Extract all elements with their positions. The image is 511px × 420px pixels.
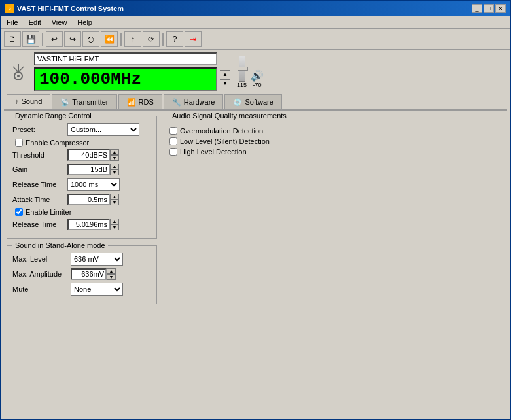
volume-slider-track[interactable] — [239, 56, 245, 82]
max-level-select[interactable]: 636 mV 318 mV 1272 mV — [71, 253, 123, 266]
gain-input[interactable] — [67, 164, 110, 175]
threshold-input[interactable] — [67, 149, 110, 161]
station-name-block: 100.000MHz ▲ ▼ — [34, 52, 230, 91]
overmodulation-label[interactable]: Overmodulation Detection — [169, 127, 263, 135]
threshold-row: Threshold ▲ ▼ — [12, 149, 151, 161]
toolbar-save[interactable]: 💾 — [22, 31, 39, 47]
tab-content: Dynamic Range Control Preset: Custom... … — [4, 110, 507, 309]
toolbar-refresh[interactable]: ⭮ — [82, 31, 99, 47]
gain-row: Gain ▲ ▼ — [12, 164, 151, 175]
maximize-button[interactable]: □ — [484, 4, 494, 13]
toolbar-exit[interactable]: ⇥ — [185, 31, 202, 47]
freq-up-button[interactable]: ▲ — [220, 70, 230, 79]
tab-software-icon: 💿 — [233, 98, 242, 107]
toolbar-sep1 — [42, 33, 43, 46]
overmodulation-row: Overmodulation Detection — [169, 127, 499, 135]
threshold-up[interactable]: ▲ — [110, 149, 119, 155]
close-button[interactable]: ✕ — [495, 4, 506, 13]
limiter-release-spinbox-btns: ▲ ▼ — [110, 219, 119, 230]
amplitude-up[interactable]: ▲ — [107, 268, 116, 274]
preset-select[interactable]: Custom... None Gentle Standard Heavy — [67, 123, 139, 136]
comp-release-row: Release Time 100 ms 500 ms 1000 ms 2000 … — [12, 178, 151, 191]
enable-limiter-checkbox[interactable] — [15, 208, 23, 216]
high-level-row: High Level Detection — [169, 148, 499, 156]
tab-software[interactable]: 💿 Software — [224, 94, 281, 109]
menu-edit[interactable]: Edit — [26, 18, 44, 27]
overmodulation-checkbox[interactable] — [169, 127, 177, 135]
toolbar-sep2 — [120, 33, 122, 46]
attack-input[interactable] — [67, 194, 110, 205]
volume-slider-handle[interactable] — [238, 67, 248, 71]
dynamic-range-box: Dynamic Range Control Preset: Custom... … — [7, 116, 157, 239]
max-level-label: Max. Level — [12, 255, 68, 263]
toolbar-sync[interactable]: ⟳ — [143, 31, 160, 47]
app-icon: ♪ — [5, 4, 14, 13]
minimize-button[interactable]: _ — [472, 4, 482, 13]
high-level-label[interactable]: High Level Detection — [169, 148, 247, 156]
station-name-input[interactable] — [34, 52, 217, 65]
enable-limiter-text: Enable Limiter — [26, 208, 71, 216]
limiter-release-up[interactable]: ▲ — [110, 219, 119, 224]
toolbar-undo[interactable]: ↩ — [46, 31, 63, 47]
enable-compressor-label[interactable]: Enable Compressor — [15, 139, 89, 147]
tab-hardware-label: Hardware — [184, 98, 215, 106]
toolbar-up[interactable]: ↑ — [124, 31, 141, 47]
tab-rds[interactable]: 📶 RDS — [118, 94, 162, 109]
volume-controls: 115 🔊 -70 — [237, 56, 264, 88]
gain-spinbox: ▲ ▼ — [67, 164, 119, 175]
limiter-release-input[interactable] — [67, 219, 110, 230]
gain-down[interactable]: ▼ — [110, 169, 119, 175]
tab-software-label: Software — [245, 98, 273, 106]
low-level-label[interactable]: Low Level (Silent) Detection — [169, 137, 270, 145]
app-window: ♪ VAST HiFi-FMT Control System _ □ ✕ Fil… — [0, 0, 511, 420]
tab-hardware-icon: 🔧 — [172, 98, 181, 107]
frequency-value: 100.000MHz — [39, 69, 141, 89]
threshold-down[interactable]: ▼ — [110, 155, 119, 161]
max-amplitude-input[interactable] — [71, 268, 107, 280]
tab-hardware[interactable]: 🔧 Hardware — [164, 94, 224, 109]
mute-row: Mute None Input 1 Input 2 Both — [12, 283, 151, 296]
attack-spinbox: ▲ ▼ — [67, 194, 119, 205]
enable-limiter-label[interactable]: Enable Limiter — [15, 208, 71, 216]
freq-down-button[interactable]: ▼ — [220, 79, 230, 88]
mute-select-label: Mute — [12, 285, 68, 293]
max-level-row: Max. Level 636 mV 318 mV 1272 mV — [12, 253, 151, 266]
gain-up[interactable]: ▲ — [110, 164, 119, 169]
attack-spinbox-btns: ▲ ▼ — [110, 194, 119, 205]
amplitude-down[interactable]: ▼ — [107, 274, 116, 280]
tab-sound-icon: ♪ — [15, 97, 19, 105]
toolbar-new[interactable]: 🗋 — [4, 31, 21, 47]
enable-limiter-row: Enable Limiter — [15, 208, 151, 216]
tab-transmitter-icon: 📡 — [60, 98, 69, 107]
high-level-checkbox[interactable] — [169, 148, 177, 156]
audio-quality-box: Audio Signal Quality measurements Overmo… — [164, 116, 504, 164]
toolbar-help[interactable]: ? — [166, 31, 183, 47]
attack-row: Attack Time ▲ ▼ — [12, 194, 151, 205]
attack-up[interactable]: ▲ — [110, 194, 119, 200]
enable-compressor-row: Enable Compressor — [15, 139, 151, 147]
tab-transmitter[interactable]: 📡 Transmitter — [52, 94, 116, 109]
low-level-checkbox[interactable] — [169, 137, 177, 145]
bottom-spacer — [1, 309, 510, 419]
threshold-label: Threshold — [12, 151, 65, 159]
tab-sound[interactable]: ♪ Sound — [7, 94, 50, 109]
dynamic-range-title: Dynamic Range Control — [12, 112, 94, 120]
menu-help[interactable]: Help — [75, 18, 95, 27]
preset-row: Preset: Custom... None Gentle Standard H… — [12, 123, 151, 136]
limiter-release-down[interactable]: ▼ — [110, 224, 119, 230]
max-amplitude-spinbox: ▲ ▼ — [71, 268, 116, 280]
standalone-title: Sound in Stand-Alone mode — [12, 241, 108, 249]
toolbar-redo[interactable]: ↪ — [64, 31, 81, 47]
attack-down[interactable]: ▼ — [110, 200, 119, 205]
standalone-box: Sound in Stand-Alone mode Max. Level 636… — [7, 245, 157, 304]
tab-rds-label: RDS — [139, 98, 154, 106]
comp-release-select[interactable]: 100 ms 500 ms 1000 ms 2000 ms — [67, 178, 120, 191]
menu-view[interactable]: View — [49, 18, 70, 27]
speaker-icon[interactable]: 🔊 — [251, 69, 264, 82]
toolbar-back[interactable]: ⏪ — [101, 31, 118, 47]
mute-select[interactable]: None Input 1 Input 2 Both — [71, 283, 123, 296]
enable-compressor-checkbox[interactable] — [15, 139, 23, 147]
comp-release-label: Release Time — [12, 181, 65, 188]
station-row: 100.000MHz ▲ ▼ 115 🔊 -70 — [1, 50, 510, 91]
menu-file[interactable]: File — [4, 18, 21, 27]
